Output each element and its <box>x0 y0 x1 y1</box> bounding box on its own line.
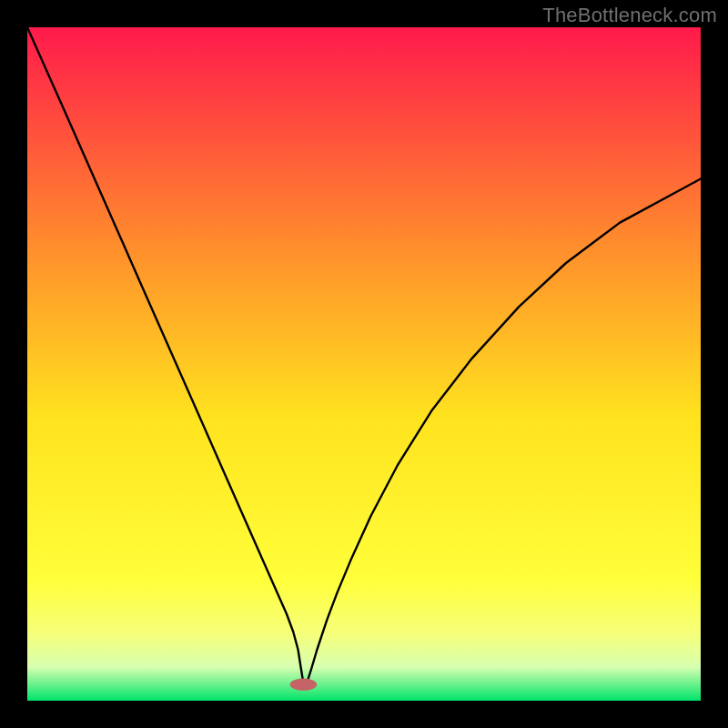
gradient-background <box>27 27 701 701</box>
chart-svg <box>27 27 701 701</box>
watermark-text: TheBottleneck.com <box>542 4 717 27</box>
bottleneck-marker <box>290 679 318 691</box>
plot-area <box>27 27 701 701</box>
chart-frame: TheBottleneck.com <box>0 0 728 728</box>
